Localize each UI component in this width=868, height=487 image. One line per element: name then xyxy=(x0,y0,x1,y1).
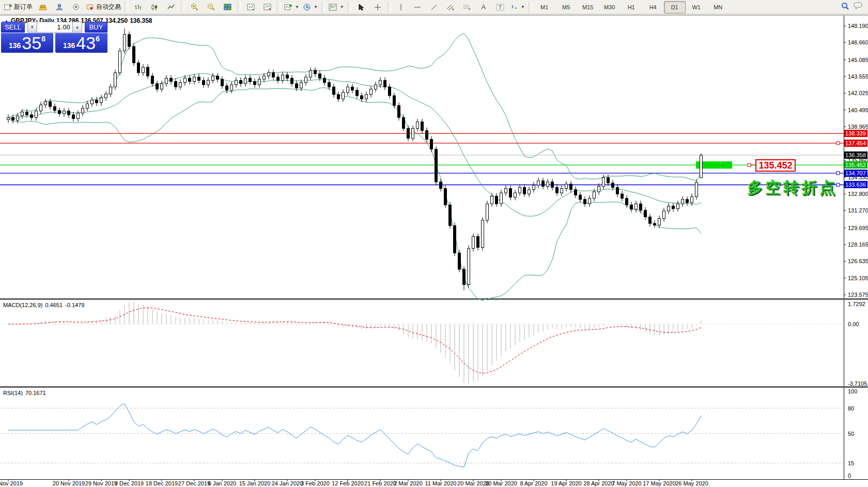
candle-body xyxy=(305,77,307,83)
candle-body xyxy=(570,184,572,190)
candle-body xyxy=(77,113,80,119)
candle-body xyxy=(268,73,270,76)
candle-body xyxy=(700,155,703,178)
macd-name: MACD(12,26,9) xyxy=(3,302,42,308)
candle-body xyxy=(184,78,187,83)
rsi-value: 70.1671 xyxy=(25,390,46,396)
candle-body xyxy=(333,87,335,95)
sell-price-prefix: 136 xyxy=(9,41,21,50)
bollinger-upper-band xyxy=(8,33,701,181)
chevron-up-icon: ▲ xyxy=(75,25,80,29)
candle-body xyxy=(151,76,154,84)
callout-anchor[interactable] xyxy=(748,163,751,166)
rsi-name: RSI(14) xyxy=(3,390,23,396)
price-axis-badge: 133.636 xyxy=(844,181,867,188)
candle-body xyxy=(672,206,675,208)
candle-body xyxy=(649,217,652,224)
candle-body xyxy=(328,83,331,87)
candle-body xyxy=(621,194,624,199)
candle-body xyxy=(277,77,280,80)
candle-body xyxy=(142,67,145,73)
volume-increment-button[interactable]: ▲ xyxy=(72,22,82,33)
candle-body xyxy=(347,87,349,93)
candle-body xyxy=(30,115,33,117)
price-axis-tick: 140.495 xyxy=(848,107,868,113)
candle-body xyxy=(612,183,614,188)
candle-body xyxy=(323,78,326,83)
candle-body xyxy=(482,220,484,248)
price-axis-badge: 136.358 xyxy=(844,151,867,159)
candle-body xyxy=(561,189,563,193)
candle-body xyxy=(156,84,159,89)
candle-body xyxy=(105,94,107,98)
time-axis-label: 29 Nov 2019 xyxy=(85,480,117,486)
candle-body xyxy=(35,111,38,118)
buy-button[interactable]: BUY xyxy=(85,22,107,33)
candle-body xyxy=(616,188,619,194)
candle-body xyxy=(468,249,470,285)
chart-canvas[interactable] xyxy=(0,0,868,487)
candle-body xyxy=(272,73,275,78)
time-axis-label: 26 May 2020 xyxy=(675,480,708,486)
time-axis-label: 19 Apr 2020 xyxy=(551,480,581,486)
candle-body xyxy=(454,225,456,253)
one-click-trading-panel: SELL ▼ ▲ BUY 136358 136436 xyxy=(1,22,107,53)
candle-body xyxy=(509,189,512,197)
price-axis-tick: 128.165 xyxy=(848,241,868,248)
candle-body xyxy=(137,63,140,73)
sell-button[interactable]: SELL xyxy=(1,22,25,33)
line-handle[interactable] xyxy=(836,142,840,145)
turning-point-annotation[interactable]: 多空转折点 xyxy=(747,177,838,199)
volume-decrement-button[interactable]: ▼ xyxy=(27,22,37,33)
candle-body xyxy=(588,199,591,204)
price-callout-label[interactable]: 135.452 xyxy=(755,159,796,172)
candle-body xyxy=(63,111,66,114)
time-axis-label: 8 Apr 2020 xyxy=(520,480,547,486)
candle-body xyxy=(384,80,386,87)
candle-body xyxy=(221,79,224,86)
candle-body xyxy=(49,102,52,107)
candle-body xyxy=(654,223,656,225)
candle-body xyxy=(198,77,200,80)
candle-body xyxy=(668,206,670,211)
candle-body xyxy=(309,70,312,77)
candle-body xyxy=(542,181,545,187)
sell-price-pip: 8 xyxy=(41,35,45,43)
price-axis-badge: 134.707 xyxy=(844,170,867,177)
candle-body xyxy=(537,181,540,186)
candle-body xyxy=(291,78,293,84)
candle-body xyxy=(407,128,410,138)
candle-body xyxy=(416,122,419,129)
candle-body xyxy=(681,200,684,204)
candle-body xyxy=(514,193,517,197)
candle-body xyxy=(72,115,75,118)
sell-price-display[interactable]: 136358 xyxy=(1,33,53,53)
candle-body xyxy=(40,105,42,111)
candle-body xyxy=(370,89,373,95)
buy-price-main: 43 xyxy=(76,34,96,52)
candle-body xyxy=(402,117,405,128)
candle-body xyxy=(449,205,452,225)
price-axis-tick: 129.695 xyxy=(848,225,868,231)
macd-axis-max: 1.7292 xyxy=(848,301,865,307)
candle-body xyxy=(319,74,321,79)
candle-body xyxy=(426,131,428,140)
candle-body xyxy=(598,186,600,192)
candle-body xyxy=(282,75,284,81)
buy-price-display[interactable]: 136436 xyxy=(55,33,107,53)
macd-signal-line xyxy=(8,308,701,373)
line-handle[interactable] xyxy=(836,172,840,175)
macd-label: MACD(12,26,9)0.4651-0.1479 xyxy=(3,302,87,308)
time-axis-label: 9 Dec 2019 xyxy=(115,480,144,486)
candle-body xyxy=(686,200,689,203)
candle-body xyxy=(486,204,489,220)
candle-body xyxy=(58,111,61,114)
candle-wicks xyxy=(8,28,701,290)
candle-body xyxy=(398,105,400,117)
volume-input[interactable] xyxy=(37,22,72,33)
chevron-down-icon: ▼ xyxy=(30,25,34,29)
candle-body xyxy=(602,177,605,186)
candle-body xyxy=(677,204,679,209)
time-axis-label: 11 Mar 2020 xyxy=(425,480,457,486)
candle-body xyxy=(430,140,433,149)
